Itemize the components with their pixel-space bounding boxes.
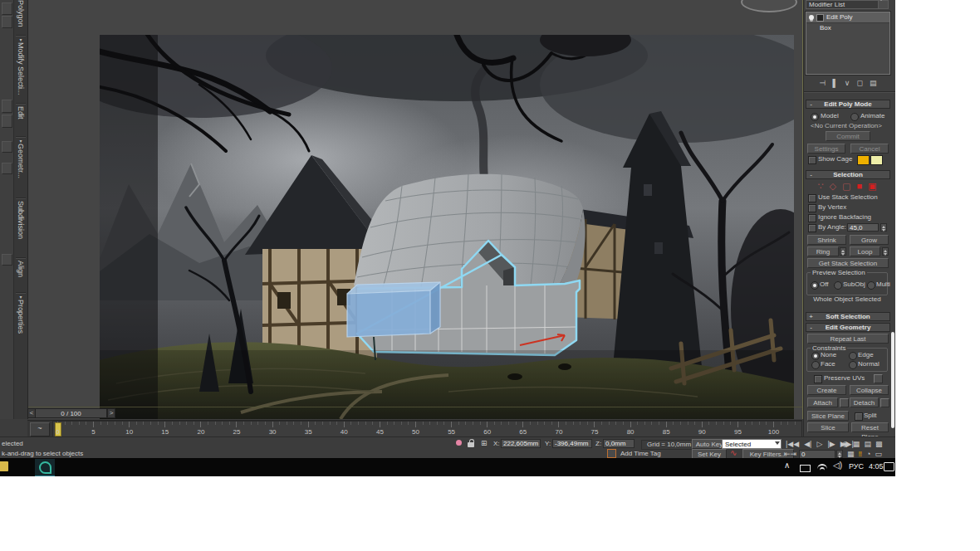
rollout-edit-poly-mode[interactable]: - Edit Poly Mode bbox=[806, 100, 890, 109]
ribbon-tab-polygon[interactable]: Polygon bbox=[14, 0, 27, 33]
by-angle-spinner[interactable] bbox=[880, 223, 887, 232]
ribbon-stub-button[interactable] bbox=[2, 115, 12, 128]
perspective-viewport[interactable] bbox=[28, 0, 803, 419]
rollout-soft-selection[interactable]: + Soft Selection bbox=[806, 312, 890, 321]
detach-button[interactable]: Detach bbox=[850, 397, 879, 407]
viewport-layout-icon[interactable]: ▦ bbox=[853, 439, 860, 449]
x-coordinate-field[interactable]: 222,605mm bbox=[501, 439, 541, 448]
new-key-filter-icon[interactable]: ∿ bbox=[730, 448, 737, 458]
go-to-start-button[interactable]: |◀◀ bbox=[786, 439, 799, 449]
ribbon-stub-button[interactable] bbox=[2, 100, 12, 113]
polygon-icon[interactable]: ■ bbox=[856, 181, 862, 192]
get-stack-selection-button[interactable]: Get Stack Selection bbox=[807, 258, 889, 268]
preview-off-radio[interactable] bbox=[811, 281, 819, 290]
border-icon[interactable]: ▢ bbox=[842, 181, 850, 192]
next-frame-button[interactable]: |▶ bbox=[827, 439, 835, 449]
ribbon-tab-geometry[interactable]: ▾Geometr... bbox=[14, 139, 27, 196]
configure-modifier-sets-icon[interactable]: ▤ bbox=[870, 79, 877, 87]
ribbon-stub-button[interactable] bbox=[2, 141, 12, 153]
attach-settings-button[interactable] bbox=[840, 398, 849, 407]
ribbon-stub-button[interactable] bbox=[2, 16, 12, 28]
constraint-none-radio[interactable] bbox=[811, 352, 820, 360]
selection-lock-toggle[interactable] bbox=[468, 442, 474, 447]
prev-frame-button[interactable]: < bbox=[27, 408, 36, 418]
time-tag-icon[interactable] bbox=[607, 449, 616, 458]
element-icon[interactable]: ▣ bbox=[868, 181, 876, 192]
ring-button[interactable]: Ring bbox=[807, 246, 839, 256]
panel-scrollbar[interactable] bbox=[891, 332, 894, 428]
repeat-last-button[interactable]: Repeat Last bbox=[807, 334, 889, 344]
by-angle-checkbox[interactable] bbox=[808, 224, 816, 232]
speaker-icon[interactable]: ◁) bbox=[833, 461, 842, 470]
trackbar-ruler[interactable]: 0510152025303540455055606570758085909510… bbox=[52, 421, 802, 437]
action-center-icon[interactable] bbox=[884, 462, 894, 471]
by-vertex-checkbox[interactable] bbox=[808, 204, 816, 212]
cancel-button[interactable]: Cancel bbox=[850, 144, 889, 154]
viewport-grid-icon[interactable]: ▩ bbox=[875, 439, 883, 449]
preview-subobj-radio[interactable] bbox=[834, 281, 842, 290]
taskbar-app-3dsmax[interactable] bbox=[35, 459, 55, 476]
attach-button[interactable]: Attach bbox=[807, 397, 838, 407]
preserve-uvs-settings-button[interactable] bbox=[874, 374, 883, 383]
by-angle-field[interactable]: 45,0 bbox=[847, 223, 879, 232]
constraint-normal-radio[interactable] bbox=[849, 361, 857, 369]
light-bulb-icon[interactable] bbox=[809, 15, 814, 20]
previous-frame-button[interactable]: ◀| bbox=[804, 439, 811, 449]
time-slider-range[interactable]: 0 / 100 bbox=[36, 408, 107, 418]
cage-selected-color-swatch[interactable] bbox=[870, 155, 883, 165]
loop-button[interactable]: Loop bbox=[850, 246, 880, 256]
slice-button[interactable]: Slice bbox=[807, 422, 849, 432]
ribbon-tab-subdivision[interactable]: Subdivision bbox=[14, 201, 27, 256]
show-end-result-icon[interactable]: ▌ bbox=[832, 79, 837, 87]
folder-icon[interactable] bbox=[0, 461, 8, 471]
hidden-icons-chevron[interactable]: ∧ bbox=[784, 461, 790, 470]
viewport-scene[interactable] bbox=[100, 35, 794, 419]
pin-stack-icon[interactable]: ⊣ bbox=[820, 79, 826, 87]
loop-spinner[interactable] bbox=[882, 247, 889, 256]
cage-color-swatch[interactable] bbox=[857, 155, 870, 165]
ignore-backfacing-checkbox[interactable] bbox=[808, 214, 816, 222]
isolate-selection-icon[interactable] bbox=[456, 440, 462, 446]
shrink-button[interactable]: Shrink bbox=[807, 235, 846, 245]
reset-plane-button[interactable]: Reset Plane bbox=[851, 422, 889, 432]
ribbon-tab-align[interactable]: Align bbox=[14, 261, 27, 290]
constraint-edge-radio[interactable] bbox=[849, 352, 857, 360]
slice-plane-button[interactable]: Slice Plane bbox=[807, 411, 849, 421]
ribbon-stub-button[interactable] bbox=[2, 2, 12, 15]
language-indicator[interactable]: РУС bbox=[849, 462, 864, 471]
ring-spinner[interactable] bbox=[840, 247, 846, 256]
frame-spinner[interactable] bbox=[836, 450, 843, 458]
ribbon-tab-edit[interactable]: Edit bbox=[14, 106, 27, 134]
rollout-selection[interactable]: - Selection bbox=[806, 170, 890, 179]
z-coordinate-field[interactable]: 0,0mm bbox=[603, 439, 635, 448]
model-radio[interactable] bbox=[811, 113, 819, 121]
add-time-tag-label[interactable]: Add Time Tag bbox=[620, 450, 661, 457]
stack-row-edit-poly[interactable]: Edit Poly bbox=[806, 12, 889, 23]
modifier-list-dropdown[interactable]: Modifier List bbox=[806, 0, 889, 9]
vertex-icon[interactable]: ∵ bbox=[818, 181, 824, 192]
stack-row-box[interactable]: Box bbox=[806, 23, 889, 33]
ribbon-tab-modify-selection[interactable]: ▾Modify Selecti... bbox=[14, 38, 27, 101]
transform-gizmo-icon[interactable]: ⊞ bbox=[481, 438, 488, 448]
grow-button[interactable]: Grow bbox=[850, 235, 889, 245]
settings-button[interactable]: Settings bbox=[807, 144, 845, 154]
ribbon-tab-properties[interactable]: ▾Properties bbox=[14, 295, 27, 352]
mini-curve-editor-button[interactable]: ~ bbox=[30, 422, 50, 436]
create-button[interactable]: Create bbox=[807, 385, 846, 395]
make-unique-icon[interactable]: ∨ bbox=[845, 79, 850, 87]
ribbon-stub-button[interactable] bbox=[2, 254, 12, 266]
play-button[interactable]: ▷ bbox=[816, 439, 822, 449]
constraint-face-radio[interactable] bbox=[811, 361, 820, 369]
rollout-edit-geometry[interactable]: - Edit Geometry bbox=[806, 323, 890, 332]
next-frame-button[interactable]: > bbox=[107, 408, 115, 418]
ribbon-stub-button[interactable] bbox=[2, 163, 12, 174]
remove-modifier-icon[interactable]: ◻ bbox=[856, 79, 862, 87]
show-cage-checkbox[interactable] bbox=[808, 156, 816, 164]
y-coordinate-field[interactable]: -396,49mm bbox=[552, 439, 592, 448]
modifier-stack[interactable]: Edit Poly Box bbox=[806, 12, 890, 75]
battery-icon[interactable] bbox=[800, 465, 811, 472]
animate-radio[interactable] bbox=[850, 113, 859, 121]
clock[interactable]: 4:05 bbox=[869, 462, 884, 471]
split-checkbox[interactable] bbox=[855, 412, 863, 421]
viewcube-compass[interactable] bbox=[741, 0, 797, 12]
